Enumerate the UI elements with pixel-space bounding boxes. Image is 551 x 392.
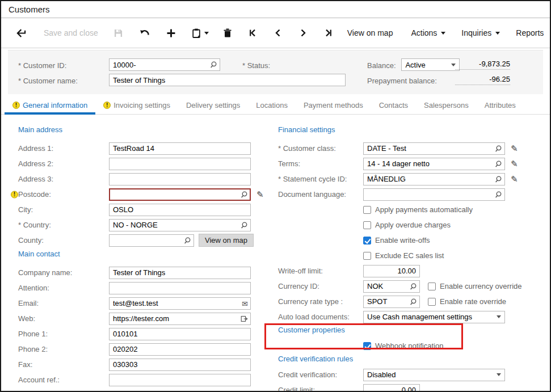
save-button[interactable] [114,29,123,37]
enable-rate-override-label[interactable]: Enable rate override [440,297,506,306]
webhook-notification-checkbox[interactable] [363,342,371,350]
statement-cycle-label: * Statement cycle ID: [278,175,363,183]
external-link-icon[interactable] [241,315,248,322]
customer-name-input[interactable] [109,74,346,86]
apply-overdue-label[interactable]: Apply overdue charges [375,221,451,229]
writeoff-limit-input[interactable] [363,265,420,277]
edit-pencil-icon[interactable]: ✎ [256,190,264,199]
statement-cycle-row: * Statement cycle ID: ✎ [278,171,551,187]
search-icon[interactable] [184,237,191,244]
view-on-map-button[interactable]: View on map [199,234,254,247]
exclude-ec-checkbox[interactable] [363,252,371,260]
inquiries-menu[interactable]: Inquiries [461,28,500,37]
customer-class-input[interactable] [363,142,505,155]
email-input[interactable] [109,297,251,310]
tab-delivery-settings[interactable]: Delivery settings [178,98,248,114]
go-first-button[interactable] [249,28,258,37]
status-select[interactable]: Active [401,58,460,71]
search-icon[interactable] [495,160,502,167]
auto-load-documents-row: Auto load documents: Use Cash management… [278,309,551,324]
phone1-label: Phone 1: [18,330,109,338]
go-last-button[interactable] [323,28,333,37]
enable-rate-override-checkbox[interactable] [428,298,436,306]
account-ref-input[interactable] [109,374,251,386]
undo-button[interactable] [140,29,150,37]
search-icon[interactable] [495,175,502,183]
phone2-input[interactable] [109,343,251,356]
credit-limit-label: Credit limit: [278,386,363,392]
enable-writeoffs-label[interactable]: Enable write-offs [375,236,430,245]
clipboard-icon [192,28,200,38]
go-next-button[interactable] [298,28,308,37]
go-previous-button[interactable] [274,28,283,37]
customer-id-input[interactable] [109,58,220,71]
city-row: City: [18,202,266,217]
tab-salespersons[interactable]: Salespersons [416,98,477,114]
credit-verification-select[interactable]: Disabled [363,369,505,381]
apply-overdue-checkbox[interactable] [363,221,371,229]
clipboard-menu-button[interactable] [192,28,209,38]
address3-input[interactable] [109,173,251,186]
edit-pencil-icon[interactable]: ✎ [511,159,518,168]
company-name-input[interactable] [109,267,251,279]
attention-input[interactable] [109,282,251,294]
search-icon[interactable] [495,191,502,198]
edit-pencil-icon[interactable]: ✎ [511,175,518,183]
search-icon[interactable] [241,191,248,198]
country-input[interactable] [109,219,251,231]
section-main-address: Main address [18,124,266,141]
search-icon[interactable] [410,298,417,305]
document-language-label: Document language: [278,190,363,199]
address2-label: Address 2: [18,159,109,168]
first-record-icon [249,28,258,37]
phone1-input[interactable] [109,328,251,340]
tab-contacts[interactable]: Contacts [371,98,416,114]
credit-limit-input[interactable] [363,384,420,392]
save-and-close-button[interactable]: Save and close [44,28,98,37]
enable-currency-override-checkbox[interactable] [428,283,436,290]
document-language-input[interactable] [363,188,505,201]
tab-payment-methods[interactable]: Payment methods [296,98,371,114]
phone2-label: Phone 2: [18,345,109,353]
tab-attributes[interactable]: Attributes [477,98,524,114]
address2-input[interactable] [109,158,251,170]
apply-payments-label[interactable]: Apply payments automatically [375,205,473,214]
exclude-ec-label[interactable]: Exclude EC sales list [375,251,444,260]
chevron-left-icon [274,28,283,37]
search-icon[interactable] [210,61,217,69]
terms-input[interactable] [363,158,505,170]
search-icon[interactable] [495,145,502,152]
edit-pencil-icon[interactable]: ✎ [511,144,518,153]
add-new-button[interactable] [167,29,175,37]
back-button[interactable] [16,29,27,37]
webhook-notification-label[interactable]: Webhook notification [375,342,443,350]
tab-invoicing-settings[interactable]: Invoicing settings [95,98,178,114]
address1-input[interactable] [109,142,251,155]
statement-cycle-input[interactable] [363,173,505,186]
address3-row: Address 3: [18,171,266,187]
tab-general-information[interactable]: General information [5,98,95,114]
enable-currency-override-label[interactable]: Enable currency override [440,282,522,290]
phone2-row: Phone 2: [18,342,266,357]
fax-input[interactable] [109,359,251,371]
apply-payments-checkbox[interactable] [363,206,371,214]
reports-menu[interactable]: Reports [516,28,544,37]
writeoff-limit-row: Write-off limit: [278,263,551,279]
tab-locations[interactable]: Locations [248,98,296,114]
postcode-input[interactable] [109,188,251,201]
enable-writeoffs-checkbox[interactable] [363,237,371,245]
auto-load-documents-select[interactable]: Use Cash management settings [363,311,505,323]
view-on-map-toolbar-button[interactable]: View on map [347,28,393,37]
city-input[interactable] [109,204,251,216]
envelope-icon[interactable]: ✉ [242,299,248,307]
county-input[interactable] [109,234,194,247]
customer-class-row: * Customer class: ✎ [278,141,551,156]
search-icon[interactable] [241,221,248,229]
web-input[interactable] [109,313,251,325]
page-title: Customers [9,5,50,14]
fax-row: Fax: [18,357,266,372]
delete-button[interactable] [224,28,232,37]
actions-menu[interactable]: Actions [411,28,445,37]
postcode-row: Postcode: ✎ [18,187,266,202]
search-icon[interactable] [410,283,417,290]
